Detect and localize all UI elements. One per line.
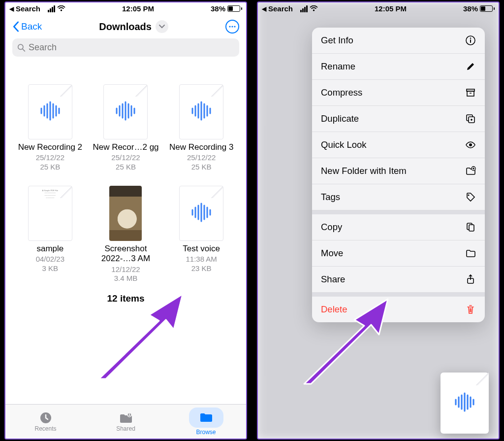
svg-line-4 [23, 49, 25, 51]
search-field[interactable] [12, 38, 239, 57]
svg-point-46 [469, 143, 472, 146]
selected-file-preview [441, 373, 489, 434]
eye-icon [465, 139, 476, 150]
item-count: 12 items [5, 283, 246, 312]
svg-point-2 [234, 26, 235, 27]
folder-icon [199, 410, 214, 423]
audio-file-icon [103, 84, 148, 139]
menu-delete[interactable]: Delete [312, 297, 485, 322]
files-app-screen: ◀ Search 12:05 PM 38% Back Downloads [4, 1, 247, 440]
status-time: 12:05 PM [375, 4, 407, 13]
svg-rect-52 [469, 225, 474, 231]
folder-icon [465, 248, 476, 259]
svg-point-35 [128, 413, 130, 415]
menu-quick-look[interactable]: Quick Look [312, 132, 485, 158]
new-folder-icon [465, 166, 476, 176]
cellular-signal-icon [47, 5, 55, 12]
svg-point-0 [229, 26, 230, 27]
svg-point-1 [231, 26, 233, 27]
search-input[interactable] [29, 42, 234, 53]
more-button[interactable] [225, 20, 239, 34]
pencil-icon [465, 61, 476, 72]
battery-icon [480, 5, 495, 12]
back-label: Back [21, 21, 42, 32]
clock-icon [38, 411, 53, 424]
audio-file-icon [179, 186, 223, 241]
audio-file-icon [179, 84, 223, 139]
back-to-app-chevron-icon[interactable]: ◀ [262, 5, 266, 12]
menu-get-info[interactable]: Get Info [312, 28, 485, 54]
cellular-signal-icon [300, 5, 308, 12]
title-chevron-button[interactable] [156, 20, 168, 33]
copy-icon [465, 222, 476, 233]
battery-pct: 38% [211, 4, 225, 13]
file-tile[interactable]: New Recording 2 25/12/2225 KB [14, 84, 86, 172]
image-file-icon [109, 186, 142, 241]
file-tile[interactable]: New Recor…2 gg 25/12/2225 KB [90, 84, 162, 172]
document-file-icon: A Simple PDF File────────────────────── [28, 186, 72, 241]
file-tile[interactable]: A Simple PDF File────────────────────── … [14, 186, 86, 283]
wifi-icon [57, 5, 65, 12]
file-tile[interactable]: Screenshot 2022-…3 AM 12/12/223.4 MB [90, 186, 162, 283]
file-tile[interactable]: New Recording 3 25/12/2225 KB [165, 84, 237, 172]
battery-pct: 38% [463, 4, 478, 13]
svg-rect-38 [470, 39, 471, 43]
menu-move[interactable]: Move [312, 240, 485, 267]
wifi-icon [310, 5, 318, 12]
svg-rect-40 [467, 91, 474, 96]
audio-file-icon [28, 84, 72, 139]
chevron-down-icon [159, 24, 165, 29]
svg-point-50 [468, 195, 470, 196]
menu-rename[interactable]: Rename [312, 54, 485, 80]
tab-shared[interactable]: Shared [86, 405, 166, 439]
chevron-left-icon [12, 21, 19, 32]
tab-recents[interactable]: Recents [5, 405, 86, 439]
page-title[interactable]: Downloads [99, 20, 168, 33]
status-time: 12:05 PM [122, 4, 154, 13]
menu-share[interactable]: Share [312, 267, 485, 293]
back-to-app-chevron-icon[interactable]: ◀ [9, 5, 14, 12]
duplicate-icon [465, 113, 476, 124]
share-icon [465, 274, 476, 285]
tab-bar: Recents Shared Browse [5, 404, 246, 439]
navigation-bar: Back Downloads [5, 15, 246, 36]
archive-icon [465, 87, 476, 98]
context-menu: Get Info Rename Compress Duplicate Quick… [312, 28, 485, 322]
fileког name: New Recording 2 [18, 142, 82, 152]
back-to-app-label[interactable]: Search [268, 4, 293, 13]
info-icon [465, 35, 476, 46]
menu-copy[interactable]: Copy [312, 214, 485, 240]
files-grid: New Recording 2 25/12/2225 KB New Recor…… [5, 60, 246, 283]
ellipsis-icon [229, 26, 236, 28]
search-icon [17, 43, 26, 52]
svg-point-37 [470, 37, 471, 38]
tab-browse[interactable]: Browse [166, 405, 246, 439]
file-tile[interactable]: Test voice 11:38 AM23 KB [165, 186, 237, 283]
battery-icon [227, 5, 242, 12]
context-menu-screen: ◀ Search 12:05 PM 38% Get Info Rename [257, 1, 500, 440]
menu-duplicate[interactable]: Duplicate [312, 106, 485, 132]
status-bar: ◀ Search 12:05 PM 38% [5, 2, 246, 15]
menu-new-folder[interactable]: New Folder with Item [312, 158, 485, 184]
trash-icon [465, 304, 476, 315]
menu-compress[interactable]: Compress [312, 80, 485, 106]
back-to-app-label[interactable]: Search [16, 4, 40, 13]
status-bar: ◀ Search 12:05 PM 38% [258, 2, 499, 15]
menu-tags[interactable]: Tags [312, 184, 485, 210]
shared-folder-icon [119, 411, 133, 424]
back-button[interactable]: Back [12, 21, 42, 32]
svg-point-3 [18, 44, 23, 49]
tag-icon [465, 192, 476, 203]
